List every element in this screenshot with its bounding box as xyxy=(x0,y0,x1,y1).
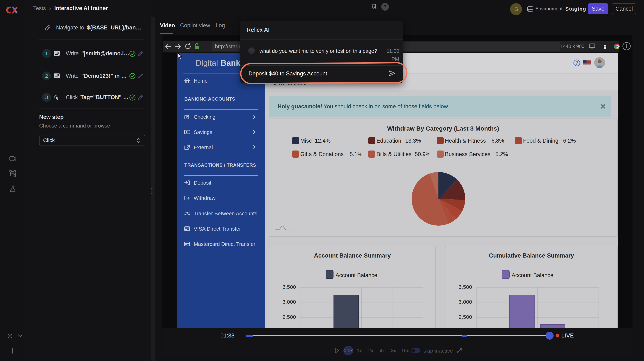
tree-view-icon[interactable] xyxy=(9,170,16,177)
tab-log[interactable]: Log xyxy=(216,22,225,29)
step-row[interactable]: Click Tag="BUTTON" … xyxy=(66,94,129,101)
edit-pencil-icon[interactable] xyxy=(138,51,143,56)
command-select[interactable]: Click xyxy=(39,135,145,145)
cx-logo[interactable] xyxy=(6,6,18,14)
legend-swatch-business-services xyxy=(437,150,444,158)
chevron-right-icon xyxy=(253,145,256,149)
browser-forward-icon[interactable] xyxy=(174,43,181,50)
withdraw-pie-chart xyxy=(412,172,466,226)
legend-swatch-gifts-donations xyxy=(292,150,299,158)
command-select-value: Click xyxy=(43,137,55,143)
bank-nav-checking[interactable]: Checking xyxy=(194,114,216,120)
browser-back-icon[interactable] xyxy=(164,43,172,50)
step-number: 1 xyxy=(45,51,48,56)
video-camera-icon[interactable] xyxy=(9,156,16,162)
chrome-browser-icon xyxy=(614,43,620,49)
checking-icon xyxy=(184,114,190,119)
skip-inactive-toggle-knob xyxy=(411,349,415,353)
bank-nav-visa-direct-transfer[interactable]: VISA Direct Transfer xyxy=(194,226,241,232)
active-tab-underline xyxy=(160,33,173,34)
bar xyxy=(540,324,565,328)
bank-nav-visa-transfer-between-accounts[interactable]: Transfer Between Accounts xyxy=(194,211,257,217)
skip-inactive-label: skip inactive xyxy=(424,348,453,354)
add-icon[interactable] xyxy=(10,348,16,354)
play-icon[interactable] xyxy=(334,348,340,354)
player-playhead[interactable] xyxy=(546,332,554,340)
speed-8x-button[interactable]: 8x xyxy=(391,348,396,354)
bank-nav-deposit[interactable]: Deposit xyxy=(194,180,211,186)
lab-flask-icon[interactable] xyxy=(10,185,16,192)
legend-label: Education xyxy=(376,138,401,144)
help-icon[interactable]: ? xyxy=(381,3,389,10)
account-balance-title: Account Balance Summary xyxy=(269,252,436,259)
drag-handle-icon[interactable] xyxy=(151,186,154,194)
bank-nav-external[interactable]: External xyxy=(194,145,213,150)
cancel-button[interactable]: Cancel xyxy=(612,3,636,14)
bank-section-accounts: BANKING ACCOUNTS xyxy=(184,96,235,102)
transfer-icon xyxy=(184,211,190,216)
legend-label: Bills & Utilities xyxy=(376,151,412,157)
speed-4x-button[interactable]: 4x xyxy=(380,348,385,354)
speed-1x-button[interactable]: 1x xyxy=(357,348,362,354)
save-button[interactable]: Save xyxy=(588,3,608,14)
assistant-chat-icon xyxy=(248,47,255,54)
player-progress-track[interactable] xyxy=(246,335,546,337)
breadcrumb-separator-icon: › xyxy=(49,5,51,11)
step-row[interactable]: Write "Demo123!" in … xyxy=(66,73,127,79)
message-time: 11:00 xyxy=(378,48,399,54)
bank-help-icon[interactable] xyxy=(573,59,580,66)
step-detail: "Demo123!" in … xyxy=(81,73,127,79)
tab-copilot-view[interactable]: Copilot view xyxy=(180,22,210,29)
save-button-label: Save xyxy=(592,5,604,12)
left-rail xyxy=(0,0,25,361)
step-row[interactable]: Write "jsmith@demo.i… xyxy=(66,50,129,57)
breadcrumb-current: Interactive AI trainer xyxy=(54,5,108,11)
withdraw-icon xyxy=(184,196,190,201)
step-success-icon xyxy=(129,94,136,101)
legend-swatch-misc xyxy=(292,137,299,144)
edit-pencil-icon[interactable] xyxy=(138,95,143,100)
speed-16x-button[interactable]: 16x xyxy=(401,348,409,354)
legend-value: 6.8% xyxy=(492,138,504,144)
speed-0.5x-button[interactable]: 0.5x xyxy=(344,346,353,356)
y-axis-tick: 3,500 xyxy=(274,284,296,290)
keyboard-icon xyxy=(54,73,60,78)
linux-penguin-icon xyxy=(602,43,608,49)
bank-user-avatar[interactable] xyxy=(594,57,605,68)
click-icon xyxy=(54,94,60,100)
navigate-step-target: ${BASE_URL}/ban… xyxy=(87,24,141,31)
relicx-ai-title: Relicx AI xyxy=(246,26,270,33)
robot-message-icon xyxy=(250,49,254,53)
alert-close-icon[interactable] xyxy=(600,103,606,109)
tab-video[interactable]: Video xyxy=(160,22,175,29)
bank-nav-home[interactable]: Home xyxy=(194,78,208,84)
environment-value[interactable]: Staging xyxy=(565,6,586,12)
debug-bug-icon[interactable] xyxy=(370,3,378,10)
bank-divider xyxy=(184,109,258,110)
cancel-button-label: Cancel xyxy=(616,5,633,12)
live-indicator-dot xyxy=(556,334,559,338)
edit-pencil-icon[interactable] xyxy=(138,73,143,79)
mastercard-icon xyxy=(184,242,190,246)
user-avatar-initial: B xyxy=(514,6,518,12)
user-avatar[interactable]: B xyxy=(510,3,522,15)
info-icon[interactable] xyxy=(622,42,631,51)
fullscreen-icon[interactable] xyxy=(456,348,462,354)
settings-gear-icon[interactable] xyxy=(7,333,14,340)
navigate-step[interactable]: Navigate to ${BASE_URL}/ban… xyxy=(56,24,141,31)
chevron-down-icon[interactable] xyxy=(18,335,23,337)
bank-nav-mastercard-direct-transfer[interactable]: Mastercard Direct Transfer xyxy=(194,241,255,247)
speed-2x-button[interactable]: 2x xyxy=(368,348,374,354)
breadcrumb-tests[interactable]: Tests xyxy=(33,5,46,11)
legend-label: Health & Fitness xyxy=(445,138,486,144)
gridline xyxy=(476,287,476,328)
gridline xyxy=(300,287,300,328)
browser-reload-icon[interactable] xyxy=(185,43,191,49)
legend-value: 12.4% xyxy=(315,138,330,144)
help-glyph: ? xyxy=(384,4,386,10)
bank-nav-withdraw[interactable]: Withdraw xyxy=(194,195,216,201)
chevron-right-icon xyxy=(253,115,256,119)
bank-nav-savings[interactable]: Savings xyxy=(194,129,212,135)
monitor-icon xyxy=(589,43,595,49)
us-flag-icon[interactable] xyxy=(583,60,591,65)
